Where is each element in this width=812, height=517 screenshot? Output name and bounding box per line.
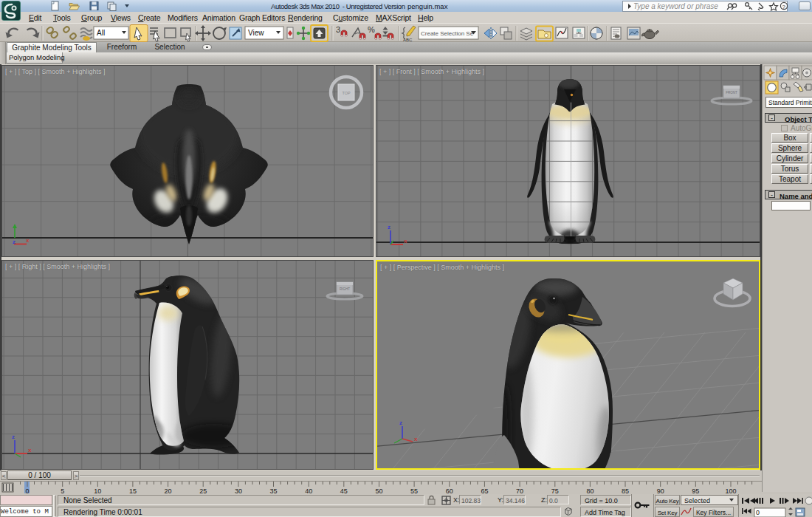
svg-text:%: % xyxy=(368,25,375,34)
svg-text:25: 25 xyxy=(199,487,207,495)
svg-text:z: z xyxy=(388,224,390,230)
svg-text:80: 80 xyxy=(586,487,593,495)
svg-text:10: 10 xyxy=(94,487,101,495)
svg-text:70: 70 xyxy=(516,487,523,495)
svg-text:35: 35 xyxy=(269,487,277,495)
svg-text:0: 0 xyxy=(25,487,29,495)
svg-text:90: 90 xyxy=(657,487,664,495)
svg-text:x: x xyxy=(404,238,407,244)
svg-text:Create Selection Se: Create Selection Se xyxy=(421,30,474,37)
svg-text:z: z xyxy=(12,434,15,440)
svg-text:z: z xyxy=(13,239,16,245)
svg-text:30: 30 xyxy=(235,487,242,495)
svg-text:40: 40 xyxy=(305,487,312,495)
svg-text:All: All xyxy=(97,29,105,37)
svg-text:RIGHT: RIGHT xyxy=(340,287,350,291)
svg-text:z: z xyxy=(399,420,402,426)
svg-text:20: 20 xyxy=(165,487,172,495)
svg-text:x: x xyxy=(26,237,30,244)
svg-text:3: 3 xyxy=(336,25,340,34)
svg-text:0: 0 xyxy=(756,509,760,516)
svg-text:5: 5 xyxy=(61,487,64,495)
svg-text:60: 60 xyxy=(446,487,453,495)
svg-text:15: 15 xyxy=(129,487,137,495)
svg-text:50: 50 xyxy=(375,487,382,495)
svg-text:100: 100 xyxy=(725,487,736,495)
svg-text:x: x xyxy=(414,436,418,442)
svg-text:FRONT: FRONT xyxy=(726,91,737,95)
svg-text:55: 55 xyxy=(410,487,418,495)
svg-text:85: 85 xyxy=(622,487,629,495)
svg-text:95: 95 xyxy=(692,487,699,495)
svg-text:?: ? xyxy=(782,4,786,10)
svg-text:75: 75 xyxy=(551,487,559,495)
svg-text:View: View xyxy=(248,29,264,37)
svg-text:x: x xyxy=(28,447,32,453)
svg-text:45: 45 xyxy=(340,487,348,495)
svg-text:65: 65 xyxy=(481,487,488,495)
svg-text:TOP: TOP xyxy=(342,91,351,95)
